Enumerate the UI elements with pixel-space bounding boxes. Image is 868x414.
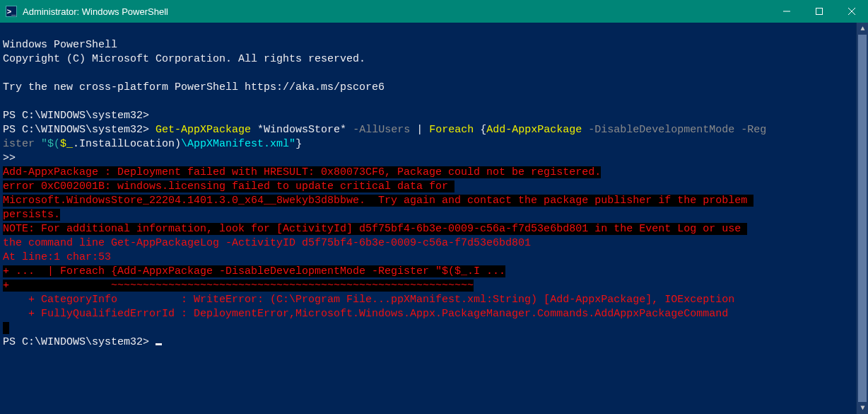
window-title: Administrator: Windows PowerShell xyxy=(23,6,168,17)
prompt-2: PS C:\WINDOWS\system32> xyxy=(3,124,149,136)
cmd-quote-open: "$( xyxy=(41,138,60,150)
cmd-brace-close: } xyxy=(295,138,302,150)
scroll-track[interactable] xyxy=(857,35,868,402)
svg-rect-1 xyxy=(816,8,823,15)
cmd-path: \AppXManifest.xml" xyxy=(181,138,295,150)
header-line-2: Copyright (C) Microsoft Corporation. All… xyxy=(3,53,365,65)
titlebar[interactable]: >_ Administrator: Windows PowerShell xyxy=(0,0,868,23)
error-line-5: the command line Get-AppPackageLog -Acti… xyxy=(3,237,531,249)
try-powershell-line: Try the new cross-platform PowerShell ht… xyxy=(3,81,385,93)
error-line-6: At line:1 char:53 xyxy=(3,251,111,263)
error-line-2: error 0xC002001B: windows.licensing fail… xyxy=(3,180,454,192)
powershell-icon: >_ xyxy=(6,6,17,17)
cmd-var: $_ xyxy=(60,138,73,150)
continuation-prompt: >> xyxy=(3,152,16,164)
scroll-thumb[interactable] xyxy=(858,35,867,402)
cmd-flags-a: -DisableDevelopmentMode -Reg xyxy=(582,124,766,136)
error-trailing-space xyxy=(3,322,9,334)
prompt-3: PS C:\WINDOWS\system32> xyxy=(3,336,149,348)
maximize-button[interactable] xyxy=(803,0,835,23)
prompt-1: PS C:\WINDOWS\system32> xyxy=(3,110,149,122)
cmd-brace-open: { xyxy=(474,124,486,136)
cmd-paren-close: ) xyxy=(175,138,181,150)
error-line-category: + CategoryInfo : WriteError: (C:\Program… xyxy=(3,294,734,306)
error-line-7: + ... | Foreach {Add-AppxPackage -Disabl… xyxy=(3,265,505,277)
scroll-up-arrow-icon[interactable]: ▲ xyxy=(857,23,868,35)
cmd-flags-b: ister xyxy=(3,138,41,150)
error-line-3a: Microsoft.WindowsStore_22204.1401.3.0_x6… xyxy=(3,195,753,207)
header-line-1: Windows PowerShell xyxy=(3,39,117,51)
scroll-down-arrow-icon[interactable]: ▼ xyxy=(857,402,868,414)
cursor xyxy=(156,343,162,345)
error-line-3b: persists. xyxy=(3,209,60,221)
error-line-1: Add-AppxPackage : Deployment failed with… xyxy=(3,166,601,178)
close-button[interactable] xyxy=(835,0,868,23)
error-line-4: NOTE: For additional information, look f… xyxy=(3,223,747,235)
cmd-arg-store: *WindowsStore* xyxy=(251,124,353,136)
cmd-prop: .InstallLocation xyxy=(73,138,175,150)
console-output[interactable]: Windows PowerShell Copyright (C) Microso… xyxy=(0,23,856,414)
error-line-errorid: + FullyQualifiedErrorId : DeploymentErro… xyxy=(3,308,728,320)
cmd-foreach: Foreach xyxy=(429,124,474,136)
cmd-addappx: Add-AppxPackage xyxy=(486,124,582,136)
vertical-scrollbar[interactable]: ▲ ▼ xyxy=(856,23,868,414)
error-line-8: + ~~~~~~~~~~~~~~~~~~~~~~~~~~~~~~~~~~~~~~… xyxy=(3,280,474,292)
cmd-pipe: | xyxy=(410,124,429,136)
minimize-button[interactable] xyxy=(770,0,803,23)
cmd-allusers: -AllUsers xyxy=(353,124,410,136)
console-area: Windows PowerShell Copyright (C) Microso… xyxy=(0,23,868,414)
cmd-getappx: Get-AppXPackage xyxy=(156,124,251,136)
